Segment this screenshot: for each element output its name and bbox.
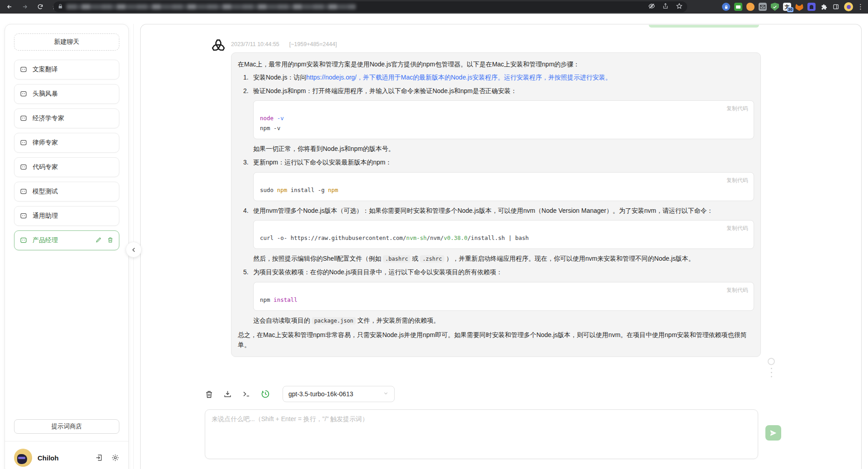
- hidden-eye-icon[interactable]: [648, 3, 655, 11]
- side-panel-icon[interactable]: [832, 3, 840, 11]
- inline-code: .zshrc: [420, 255, 444, 263]
- avatar[interactable]: [14, 449, 32, 467]
- sidebar-item-label: 模型测试: [33, 188, 58, 196]
- nodejs-link[interactable]: https://nodejs.org/，并下载适用于Mac的最新版本的Node.…: [306, 74, 611, 81]
- chat-list: 文案翻译 头脑风暴 经济学专家 律师专家 代码专家 模型测试: [14, 60, 119, 250]
- text-segment: -v: [277, 115, 284, 122]
- sidebar-item-model-test[interactable]: 模型测试: [14, 182, 119, 202]
- copy-code-button[interactable]: 复制代码: [726, 176, 748, 185]
- rename-chat-icon[interactable]: [95, 237, 102, 244]
- address-bar[interactable]: [53, 1, 687, 12]
- sidebar-item-lawyer[interactable]: 律师专家: [14, 133, 119, 153]
- code-content: node -vnpm -v: [260, 113, 747, 133]
- text-segment: 如果一切正常，你将看到Node.js和npm的版本号。: [253, 145, 395, 152]
- lock-icon: [58, 3, 63, 11]
- new-chat-button[interactable]: 新建聊天: [14, 33, 119, 51]
- text-segment: npm: [277, 187, 288, 193]
- sidebar-item-coder[interactable]: 代码专家: [14, 157, 119, 177]
- chat-bubble-icon: [20, 115, 27, 122]
- share-icon[interactable]: [662, 3, 669, 11]
- browser-menu-icon[interactable]: ⋮: [857, 3, 863, 11]
- ext-purple-icon[interactable]: [807, 3, 816, 11]
- ext-green-card-icon[interactable]: [734, 3, 742, 11]
- list-item: 5.为项目安装依赖项：在你的Node.js项目目录中，运行以下命令以安装项目的所…: [243, 267, 754, 277]
- text-segment: curl -o- https://raw.githubusercontent.c…: [260, 234, 406, 241]
- message-timestamp: 2023/7/11 10:44:55: [231, 41, 279, 47]
- history-clock-icon[interactable]: [261, 389, 270, 399]
- chat-bubble-icon: [20, 90, 27, 98]
- scroll-indicator[interactable]: [767, 358, 776, 377]
- text-segment: /install.sh | bash: [467, 234, 528, 241]
- chat-bubble-icon: [20, 66, 27, 73]
- scroll-ring-icon: [768, 358, 775, 365]
- list-number: 1.: [243, 72, 253, 82]
- sidebar-item-assistant[interactable]: 通用助理: [14, 206, 119, 226]
- inline-code: package.json: [312, 317, 356, 324]
- sidebar-item-economist[interactable]: 经济学专家: [14, 108, 119, 128]
- text-segment: nvm-sh: [406, 234, 427, 241]
- prompt-store-button[interactable]: 提示词商店: [14, 419, 119, 434]
- chat-window: 2023/7/11 10:44:55 [~1959+485=2444] 在Mac…: [140, 24, 862, 469]
- text-segment: 这会自动读取项目的: [253, 317, 312, 324]
- copy-code-button[interactable]: 复制代码: [726, 286, 748, 295]
- sidebar-item-label: 通用助理: [33, 212, 58, 220]
- export-download-icon[interactable]: [223, 390, 232, 399]
- text-segment: 在Mac上，最常用的npm安装和管理方案是使用Node.js官方提供的npm包管…: [238, 61, 580, 68]
- delete-chat-icon[interactable]: [107, 237, 113, 244]
- ext-fox-icon[interactable]: [795, 3, 803, 11]
- text-segment: ），并重新启动终端应用程序。现在，你可以使用nvm来安装和管理不同的Node.j…: [444, 255, 695, 262]
- ext-lock-icon[interactable]: [722, 3, 730, 11]
- list-item-text: 更新npm：运行以下命令以安装最新版本的npm：: [253, 157, 392, 167]
- code-block: 复制代码npm install: [253, 282, 754, 311]
- model-select[interactable]: gpt-3.5-turbo-16k-0613: [283, 386, 395, 402]
- ext-shield-icon[interactable]: [771, 3, 779, 11]
- ext-translate-icon[interactable]: 文 30: [783, 3, 791, 11]
- chat-bubble-icon: [20, 237, 27, 244]
- list-item-text: 为项目安装依赖项：在你的Node.js项目目录中，运行以下命令以安装项目的所有依…: [253, 267, 502, 277]
- sidebar-item-label: 文案翻译: [33, 66, 58, 74]
- collapse-sidebar-button[interactable]: [126, 242, 142, 258]
- code-content: npm install: [260, 295, 747, 305]
- reload-icon[interactable]: [34, 1, 46, 13]
- logout-icon[interactable]: [95, 454, 103, 462]
- ext-mail-icon[interactable]: [759, 3, 767, 11]
- profile-avatar[interactable]: [844, 2, 853, 11]
- message-paragraph: 如果一切正常，你将看到Node.js和npm的版本号。: [253, 144, 754, 154]
- text-segment: /nvm/: [427, 234, 444, 241]
- text-segment: node: [260, 115, 277, 122]
- sidebar-item-copywriting[interactable]: 文案翻译: [14, 60, 119, 80]
- ext-orange-icon[interactable]: [746, 3, 755, 11]
- assistant-message-bubble: 在Mac上，最常用的npm安装和管理方案是使用Node.js官方提供的npm包管…: [231, 52, 761, 357]
- sidebar-item-brainstorm[interactable]: 头脑风暴: [14, 84, 119, 104]
- message-input[interactable]: [205, 409, 758, 459]
- settings-gear-icon[interactable]: [111, 454, 119, 462]
- list-number: 5.: [243, 267, 253, 277]
- bookmark-star-icon[interactable]: [676, 3, 683, 11]
- copy-code-button[interactable]: 复制代码: [726, 224, 748, 233]
- text-segment: 为项目安装依赖项：在你的Node.js项目目录中，运行以下命令以安装项目的所有依…: [253, 268, 502, 276]
- message-paragraph: 这会自动读取项目的 package.json 文件，并安装所需的依赖项。: [253, 315, 754, 325]
- list-item-text: 安装Node.js：访问https://nodejs.org/，并下载适用于Ma…: [253, 72, 612, 82]
- list-number: 4.: [243, 206, 253, 216]
- text-segment: 更新npm：运行以下命令以安装最新版本的npm：: [253, 159, 392, 166]
- message-paragraph: 然后，按照提示编辑你的Shell配置文件（例如 .bashrc 或 .zshrc…: [253, 253, 754, 263]
- back-icon[interactable]: [4, 1, 15, 13]
- text-segment: 使用nvm管理多个Node.js版本（可选）：如果你需要同时安装和管理多个Nod…: [253, 207, 713, 214]
- send-button[interactable]: [765, 425, 781, 441]
- copy-code-button[interactable]: 复制代码: [726, 104, 748, 113]
- terminal-prompt-icon[interactable]: [242, 390, 251, 398]
- sidebar-item-product-manager[interactable]: 产品经理: [14, 230, 119, 250]
- text-segment: 安装Node.js：访问: [253, 74, 306, 81]
- list-number: 3.: [243, 157, 253, 167]
- sidebar-item-label: 头脑风暴: [33, 90, 58, 98]
- previous-user-message-bubble: [649, 25, 759, 28]
- puzzle-icon[interactable]: [820, 3, 828, 11]
- clear-chat-trash-icon[interactable]: [205, 390, 213, 399]
- sidebar-item-label: 经济学专家: [33, 114, 64, 122]
- message-paragraph: 总之，在Mac上安装和管理npm非常容易，只需安装Node.js并使用npm即可…: [238, 330, 754, 350]
- text-segment: 或: [410, 255, 420, 262]
- ext-translate-badge: 30: [787, 7, 793, 12]
- text-segment: 然后，按照提示编辑你的Shell配置文件（例如: [253, 255, 383, 262]
- text-segment: 总之，在Mac上安装和管理npm非常容易，只需安装Node.js并使用npm即可…: [238, 331, 747, 348]
- sidebar-divider: [5, 441, 128, 441]
